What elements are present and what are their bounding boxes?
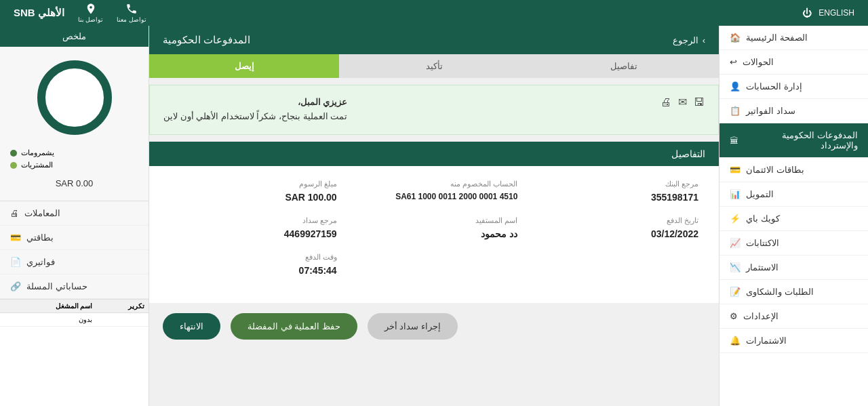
success-text: عزيزي المبل، تمت العملية بنجاح، شكراً لا…: [163, 96, 347, 124]
payment-ref-label: مرجع سداد: [170, 216, 337, 225]
payment-date-label: تاريخ الدفع: [531, 216, 698, 225]
success-box: 🖫 ✉ 🖨 عزيزي المبل، تمت العملية بنجاح، شك…: [149, 85, 719, 135]
main-layout: الصفحة الرئيسية 🏠 الحوالات ↩ إدارة الحسا…: [0, 26, 868, 406]
page-title: المدفوعات الحكومية: [163, 34, 250, 46]
sar-display: SAR 0.00: [0, 173, 149, 194]
ipo-icon: 📈: [730, 238, 741, 248]
accounts-icon: 👤: [730, 81, 741, 92]
quickpay-label: كويك باي: [746, 214, 780, 224]
transactions-icon: 🖨: [10, 208, 19, 218]
payment-time-label: وقت الدفع: [170, 253, 337, 262]
email-icon[interactable]: ✉: [678, 96, 687, 108]
payment-time-value: 07:45:44: [170, 265, 337, 276]
transfers-icon: ↩: [730, 57, 737, 67]
table-row: بدون: [0, 313, 149, 327]
invoices-label: فواتيري: [26, 257, 55, 267]
settings-icon: ⚙: [730, 311, 738, 321]
save-fav-button[interactable]: حفظ العملية في المفضلة: [231, 313, 357, 340]
sidebar-item-bills[interactable]: سداد الفواتير 📋: [719, 99, 868, 123]
finance-label: التمويل: [746, 189, 774, 199]
sidebar-item-settings[interactable]: الإعدادات ⚙: [719, 304, 868, 329]
alerts-label: الاشتمارات: [746, 336, 787, 346]
nav-cards[interactable]: بطاقتي 💳: [0, 226, 149, 250]
invest-icon: 📉: [730, 262, 741, 272]
finance-icon: 📊: [730, 189, 741, 199]
legend-label-2: المشتريات: [21, 161, 53, 169]
payment-ref-value: 4469927159: [170, 228, 337, 239]
field-payment-date: تاريخ الدفع 03/12/2022: [524, 216, 705, 239]
brand: الأهلي SNB: [14, 7, 64, 19]
requests-icon: 📝: [730, 287, 741, 297]
back-chevron: ›: [703, 35, 705, 45]
table-header-row: تكرير اسم المشغل: [0, 300, 149, 313]
invoices-icon: 📄: [10, 257, 21, 267]
details-row-1: مرجع البنك 355198171 الحساب المخصوم منه …: [163, 180, 705, 203]
field-fee: مبلغ الرسوم SAR 100.00: [163, 180, 344, 203]
linked-icon: 🔗: [10, 281, 21, 291]
sidebar-item-credit[interactable]: بطاقات الائتمان 💳: [719, 158, 868, 182]
location-icon-item[interactable]: تواصل بنا: [78, 3, 104, 23]
alerts-icon: 🔔: [730, 336, 741, 346]
left-sidebar-nav: المعاملات 🖨 بطاقتي 💳 فواتيري 📄 حساباتي ا…: [0, 201, 149, 299]
location-label: تواصل بنا: [78, 16, 104, 23]
brand-label: الأهلي SNB: [14, 7, 64, 19]
sidebar-item-home[interactable]: الصفحة الرئيسية 🏠: [719, 26, 868, 50]
col-operator: اسم المشغل: [0, 300, 96, 313]
field-payment-time-empty1: [524, 253, 705, 276]
sidebar-item-ipo[interactable]: الاكتتابات 📈: [719, 231, 868, 256]
sidebar-item-accounts[interactable]: إدارة الحسابات 👤: [719, 75, 868, 99]
nav-transactions[interactable]: المعاملات 🖨: [0, 201, 149, 226]
call-icon-item[interactable]: تواصل معنا: [117, 3, 146, 23]
nav-invoices[interactable]: فواتيري 📄: [0, 250, 149, 275]
sidebar-item-invest[interactable]: الاستثمار 📉: [719, 256, 868, 280]
details-row-3: وقت الدفع 07:45:44: [163, 253, 705, 276]
bills-label: سداد الفواتير: [746, 106, 795, 116]
invest-label: الاستثمار: [746, 262, 778, 272]
sidebar-item-alerts[interactable]: الاشتمارات 🔔: [719, 329, 868, 353]
debit-account-value: SA61 1000 0011 2000 0001 4510: [351, 192, 518, 201]
left-sidebar: ملخص يشمرومات المشتريات SAR 0.00 المعامل…: [0, 26, 149, 406]
sidebar-item-requests[interactable]: الطلبات والشكاوى 📝: [719, 280, 868, 304]
legend-item-2: المشتريات: [10, 161, 138, 169]
bills-icon: 📋: [730, 106, 741, 116]
nav-linked[interactable]: حساباتي المسلة 🔗: [0, 275, 149, 299]
sidebar-item-transfers[interactable]: الحوالات ↩: [719, 50, 868, 75]
right-sidebar: الصفحة الرئيسية 🏠 الحوالات ↩ إدارة الحسا…: [719, 26, 868, 406]
back-label: الرجوع: [673, 35, 698, 45]
success-message: تمت العملية بنجاح، شكراً لاستخدام الأهلي…: [163, 110, 347, 124]
save-document-icon[interactable]: 🖫: [694, 96, 705, 108]
top-bar-left: ENGLISH ⏻: [802, 7, 854, 18]
back-link[interactable]: › الرجوع: [673, 35, 705, 45]
beneficiary-label: اسم المستفيد: [351, 216, 518, 225]
legend: يشمرومات المشتريات: [0, 148, 149, 173]
new-payment-button[interactable]: إجراء سداد أخر: [368, 313, 458, 340]
print-icon[interactable]: 🖨: [660, 96, 671, 108]
power-icon[interactable]: ⏻: [802, 7, 812, 18]
circle-container: [0, 47, 149, 148]
cards-label: بطاقتي: [26, 232, 54, 243]
fee-value: SAR 100.00: [170, 192, 337, 203]
page-header: › الرجوع المدفوعات الحكومية: [149, 26, 719, 54]
gov-icon: 🏛: [730, 136, 738, 146]
sidebar-item-finance[interactable]: التمويل 📊: [719, 182, 868, 207]
step-complete: إيصل: [149, 54, 339, 78]
bank-ref-label: مرجع البنك: [531, 180, 698, 188]
cards-icon: 💳: [10, 232, 21, 243]
field-payment-time-empty2: [344, 253, 525, 276]
accounts-label: إدارة الحسابات: [746, 81, 802, 92]
language-label[interactable]: ENGLISH: [818, 8, 854, 18]
field-debit-account: الحساب المخصوم منه SA61 1000 0011 2000 0…: [344, 180, 525, 203]
payment-date-value: 03/12/2022: [531, 228, 698, 239]
col-repeat: تكرير: [96, 300, 149, 313]
summary-label: ملخص: [62, 31, 86, 41]
linked-label: حساباتي المسلة: [26, 281, 87, 291]
credit-icon: 💳: [730, 165, 741, 175]
finish-button[interactable]: الانتهاء: [163, 313, 220, 340]
details-title: التفاصيل: [671, 148, 705, 159]
transactions-label: المعاملات: [24, 208, 60, 218]
action-bar: الانتهاء حفظ العملية في المفضلة إجراء سد…: [149, 303, 719, 350]
sidebar-item-gov[interactable]: المدفوعات الحكومية والإسترداد 🏛: [719, 123, 868, 158]
sidebar-item-quickpay[interactable]: كويك باي ⚡: [719, 207, 868, 231]
bank-ref-value: 355198171: [531, 192, 698, 203]
requests-label: الطلبات والشكاوى: [746, 287, 814, 297]
